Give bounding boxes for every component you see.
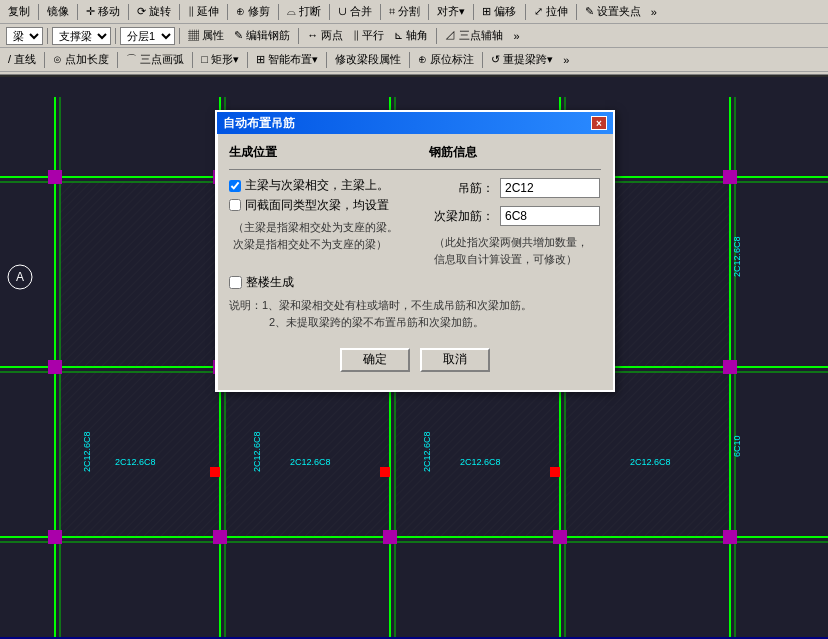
svg-rect-40 bbox=[553, 530, 567, 544]
whole-floor-checkbox[interactable] bbox=[229, 276, 242, 289]
break-btn[interactable]: ⌓ 打断 bbox=[283, 2, 325, 21]
desc-line-2: 2、未提取梁跨的梁不布置吊筋和次梁加筋。 bbox=[229, 314, 601, 332]
left-panel: 主梁与次梁相交，主梁上。 同截面同类型次梁，均设置 （主梁是指梁相交处为支座的梁… bbox=[229, 178, 424, 267]
dialog-main: 主梁与次梁相交，主梁上。 同截面同类型次梁，均设置 （主梁是指梁相交处为支座的梁… bbox=[229, 178, 601, 267]
sep19 bbox=[117, 52, 118, 68]
hangar-label: 吊筋： bbox=[434, 180, 494, 197]
sep6 bbox=[278, 4, 279, 20]
section-header-left: 生成位置 bbox=[229, 144, 429, 161]
toolbar-row-3: / 直线 ⊙ 点加长度 ⌒ 三点画弧 □ 矩形▾ ⊞ 智能布置▾ 修改梁段属性 … bbox=[0, 48, 828, 72]
ok-button[interactable]: 确定 bbox=[340, 348, 410, 372]
line-btn[interactable]: / 直线 bbox=[4, 50, 40, 69]
sep3 bbox=[128, 4, 129, 20]
svg-text:2C12.6C8: 2C12.6C8 bbox=[422, 431, 432, 472]
svg-rect-19 bbox=[60, 182, 220, 367]
sep8 bbox=[380, 4, 381, 20]
section-header-right: 钢筋信息 bbox=[429, 144, 601, 161]
axis-angle-btn[interactable]: ⊾ 轴角 bbox=[390, 26, 432, 45]
close-button[interactable]: × bbox=[591, 116, 607, 130]
sep9 bbox=[428, 4, 429, 20]
svg-text:2C12.6C8: 2C12.6C8 bbox=[460, 457, 501, 467]
align-btn[interactable]: 对齐▾ bbox=[433, 2, 469, 21]
stretch-btn[interactable]: ⤢ 拉伸 bbox=[530, 2, 572, 21]
property-btn[interactable]: ▦ 属性 bbox=[184, 26, 228, 45]
element-type-select[interactable]: 梁 bbox=[6, 27, 43, 45]
svg-text:2C12.6C8: 2C12.6C8 bbox=[732, 236, 742, 277]
svg-text:2C12.6C8: 2C12.6C8 bbox=[630, 457, 671, 467]
layer-select[interactable]: 分层1 bbox=[120, 27, 175, 45]
dialog-titlebar: 自动布置吊筋 × bbox=[217, 112, 613, 134]
mirror-btn[interactable]: 镜像 bbox=[43, 2, 73, 21]
hangar-field-row: 吊筋： bbox=[434, 178, 601, 198]
hangar-input[interactable] bbox=[500, 178, 600, 198]
checkbox-row-1: 主梁与次梁相交，主梁上。 bbox=[229, 178, 424, 194]
whole-floor-row: 整楼生成 bbox=[229, 275, 601, 291]
svg-rect-39 bbox=[383, 530, 397, 544]
secondary-label: 次梁加筋： bbox=[434, 208, 494, 225]
extend-btn[interactable]: ‖ 延伸 bbox=[184, 2, 223, 21]
parallel-btn[interactable]: ∥ 平行 bbox=[349, 26, 388, 45]
same-section-checkbox[interactable] bbox=[229, 199, 241, 211]
beam-type-select[interactable]: 支撑梁 bbox=[52, 27, 111, 45]
edit-rebar-btn[interactable]: ✎ 编辑钢筋 bbox=[230, 26, 294, 45]
more-btn-2[interactable]: » bbox=[509, 28, 523, 44]
whole-floor-label: 整楼生成 bbox=[246, 275, 294, 291]
merge-btn[interactable]: ∪ 合并 bbox=[334, 2, 376, 21]
dialog-body: 生成位置 钢筋信息 主梁与次梁相交，主梁上。 同截面同类型次梁，均设置 （主梁是… bbox=[217, 134, 613, 390]
same-section-label: 同截面同类型次梁，均设置 bbox=[245, 198, 389, 214]
svg-rect-31 bbox=[723, 170, 737, 184]
rotate-btn[interactable]: ⟳ 旋转 bbox=[133, 2, 175, 21]
sep7 bbox=[329, 4, 330, 20]
sep1 bbox=[38, 4, 39, 20]
arc-btn[interactable]: ⌒ 三点画弧 bbox=[122, 50, 188, 69]
cancel-button[interactable]: 取消 bbox=[420, 348, 490, 372]
trim-btn[interactable]: ⊕ 修剪 bbox=[232, 2, 274, 21]
sep21 bbox=[247, 52, 248, 68]
rect-btn[interactable]: □ 矩形▾ bbox=[197, 50, 243, 69]
dialog-auto-layout-stirrup: 自动布置吊筋 × 生成位置 钢筋信息 主梁与次梁相交，主梁上。 同截面同类型次梁… bbox=[215, 110, 615, 392]
dialog-footer: 确定 取消 bbox=[229, 342, 601, 380]
three-point-axis-btn[interactable]: ⊿ 三点辅轴 bbox=[441, 26, 507, 45]
copy-btn[interactable]: 复制 bbox=[4, 2, 34, 21]
sep24 bbox=[482, 52, 483, 68]
dialog-title: 自动布置吊筋 bbox=[223, 115, 295, 132]
sep17 bbox=[436, 28, 437, 44]
checkbox-row-2: 同截面同类型次梁，均设置 bbox=[229, 198, 424, 214]
sep4 bbox=[179, 4, 180, 20]
sep14 bbox=[115, 28, 116, 44]
split-btn[interactable]: ⌗ 分割 bbox=[385, 2, 424, 21]
sep5 bbox=[227, 4, 228, 20]
svg-text:2C12.6C8: 2C12.6C8 bbox=[82, 431, 92, 472]
svg-rect-24 bbox=[225, 372, 390, 537]
sep13 bbox=[47, 28, 48, 44]
more-btn-3[interactable]: » bbox=[559, 52, 573, 68]
svg-rect-26 bbox=[565, 372, 730, 537]
description-area: 说明：1、梁和梁相交处有柱或墙时，不生成吊筋和次梁加筋。 2、未提取梁跨的梁不布… bbox=[229, 297, 601, 332]
point-length-btn[interactable]: ⊙ 点加长度 bbox=[49, 50, 113, 69]
desc-line-1: 说明：1、梁和梁相交处有柱或墙时，不生成吊筋和次梁加筋。 bbox=[229, 297, 601, 315]
sep10 bbox=[473, 4, 474, 20]
modify-segment-btn[interactable]: 修改梁段属性 bbox=[331, 50, 405, 69]
toolbar: 复制 镜像 ✛ 移动 ⟳ 旋转 ‖ 延伸 ⊕ 修剪 ⌓ 打断 ∪ 合并 ⌗ 分割… bbox=[0, 0, 828, 75]
offset-btn[interactable]: ⊞ 偏移 bbox=[478, 2, 520, 21]
svg-rect-36 bbox=[723, 360, 737, 374]
grip-btn[interactable]: ✎ 设置夹点 bbox=[581, 2, 645, 21]
main-secondary-checkbox[interactable] bbox=[229, 180, 241, 192]
svg-rect-42 bbox=[210, 467, 220, 477]
sep12 bbox=[576, 4, 577, 20]
section-headers: 生成位置 钢筋信息 bbox=[229, 144, 601, 161]
secondary-input[interactable] bbox=[500, 206, 600, 226]
annotate-btn[interactable]: ⊕ 原位标注 bbox=[414, 50, 478, 69]
two-point-btn[interactable]: ↔ 两点 bbox=[303, 26, 347, 45]
right-panel: 吊筋： 次梁加筋： （此处指次梁两侧共增加数量， 信息取自计算设置，可修改） bbox=[434, 178, 601, 267]
sep23 bbox=[409, 52, 410, 68]
svg-rect-41 bbox=[723, 530, 737, 544]
more-btn-1[interactable]: » bbox=[647, 4, 661, 20]
move-btn[interactable]: ✛ 移动 bbox=[82, 2, 124, 21]
sep18 bbox=[44, 52, 45, 68]
sep16 bbox=[298, 28, 299, 44]
smart-layout-btn[interactable]: ⊞ 智能布置▾ bbox=[252, 50, 322, 69]
reextract-btn[interactable]: ↺ 重提梁跨▾ bbox=[487, 50, 557, 69]
svg-rect-25 bbox=[395, 372, 560, 537]
sep22 bbox=[326, 52, 327, 68]
